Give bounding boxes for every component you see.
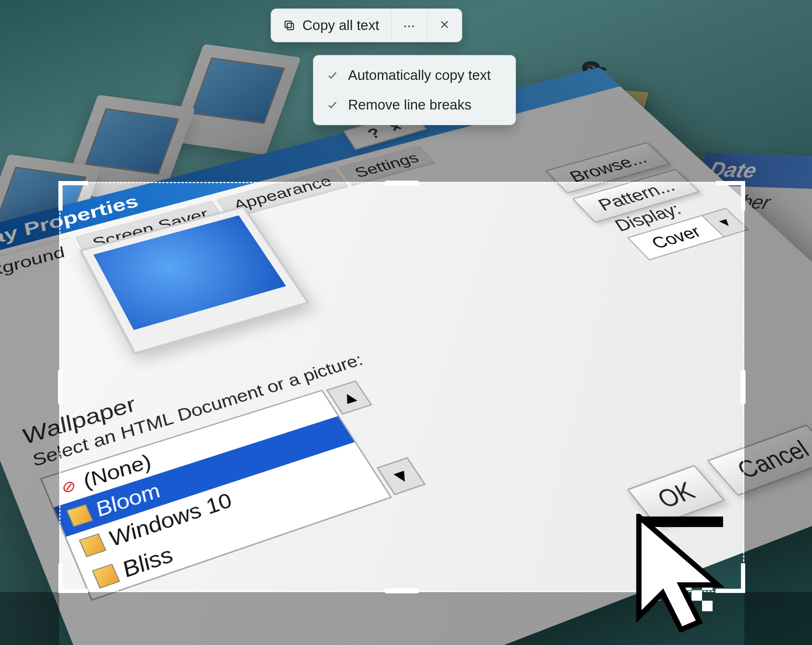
copy-label: Copy all text — [302, 17, 379, 33]
image-icon — [92, 564, 120, 589]
check-icon — [327, 70, 338, 81]
menu-item-auto-copy[interactable]: Automatically copy text — [313, 60, 516, 90]
image-icon — [79, 533, 106, 557]
text-actions-toolbar: Copy all text ··· — [271, 8, 462, 42]
close-icon — [439, 17, 450, 33]
check-icon — [327, 99, 338, 110]
menu-item-label: Automatically copy text — [348, 67, 491, 83]
help-icon[interactable]: ? — [364, 125, 384, 142]
more-options-button[interactable]: ··· — [392, 9, 428, 42]
ok-button[interactable]: OK — [627, 465, 726, 527]
menu-item-remove-line-breaks[interactable]: Remove line breaks — [313, 90, 516, 120]
close-toolbar-button[interactable] — [427, 9, 462, 42]
none-icon: ⊘ — [54, 476, 80, 498]
text-actions-dropdown: Automatically copy text Remove line brea… — [313, 55, 516, 125]
svg-rect-4 — [287, 23, 294, 30]
menu-item-label: Remove line breaks — [348, 97, 472, 113]
image-icon — [66, 504, 93, 527]
more-icon: ··· — [403, 17, 415, 33]
copy-icon — [283, 19, 296, 32]
svg-rect-5 — [285, 21, 291, 27]
copy-all-text-button[interactable]: Copy all text — [271, 9, 392, 42]
cancel-button[interactable]: Cancel — [707, 424, 812, 496]
